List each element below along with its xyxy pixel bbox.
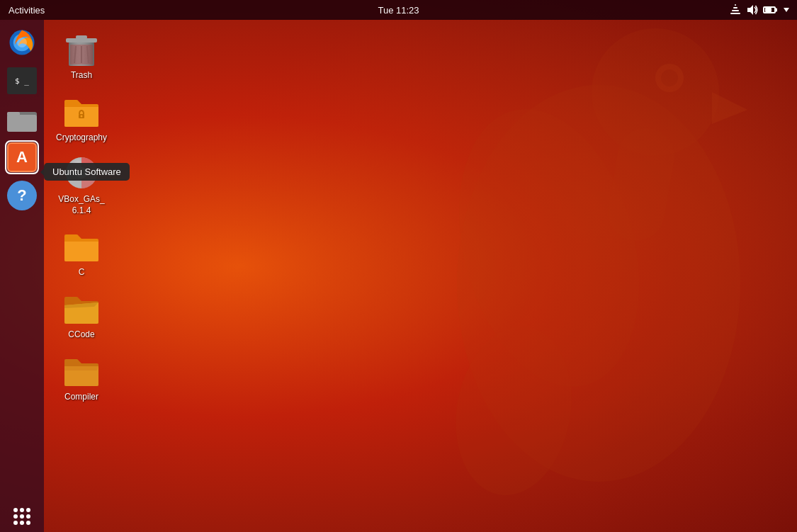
svg-rect-18 — [7, 115, 37, 132]
volume-icon[interactable] — [746, 4, 759, 16]
dot — [20, 514, 24, 519]
c-folder-icon-desktop[interactable]: C — [50, 222, 113, 283]
vbox-gas-icon-desktop[interactable]: VBox_GAs_ 6.1.4 — [50, 149, 113, 220]
svg-marker-13 — [784, 8, 789, 12]
cd-dvd-icon — [64, 156, 98, 190]
network-icon[interactable] — [729, 4, 742, 16]
c-folder-label: C — [79, 267, 85, 278]
svg-rect-8 — [730, 13, 740, 14]
cryptography-icon-desktop[interactable]: Cryptography — [50, 87, 113, 148]
svg-rect-11 — [735, 4, 736, 6]
desktop-icons-area: Trash Cryptography — [50, 25, 113, 408]
svg-rect-19 — [7, 112, 20, 116]
c-folder-icon — [63, 230, 100, 261]
dot — [13, 521, 18, 525]
topbar-right-icons — [729, 4, 797, 16]
sidebar-item-files[interactable] — [5, 102, 39, 136]
svg-point-35 — [80, 171, 83, 174]
sidebar-item-firefox[interactable] — [5, 26, 39, 60]
compiler-folder-icon-desktop[interactable]: Compiler — [50, 346, 113, 407]
sidebar-item-help[interactable]: ? — [5, 179, 39, 213]
sidebar-item-terminal[interactable] — [5, 64, 39, 98]
svg-rect-10 — [733, 7, 737, 9]
desktop: Activities Tue 11:23 — [0, 0, 797, 532]
activities-button[interactable]: Activities — [0, 0, 53, 20]
firefox-icon — [7, 28, 37, 57]
trash-svg-icon — [64, 30, 98, 67]
system-menu-icon[interactable] — [780, 4, 793, 16]
files-icon — [7, 106, 37, 132]
terminal-icon — [7, 67, 37, 94]
sidebar: A ? — [0, 20, 44, 532]
topbar: Activities Tue 11:23 — [0, 0, 797, 20]
sidebar-item-ubuntu-software[interactable]: A — [5, 140, 39, 174]
compiler-folder-icon — [63, 355, 100, 386]
show-applications-button[interactable] — [13, 508, 30, 525]
ccode-folder-icon — [63, 293, 100, 324]
dot — [20, 521, 24, 525]
clock: Tue 11:23 — [378, 5, 419, 16]
dot — [26, 508, 30, 512]
ubuntu-software-icon: A — [7, 142, 37, 172]
svg-point-3 — [661, 69, 678, 86]
svg-marker-4 — [712, 92, 747, 124]
dot — [26, 521, 30, 525]
dot — [26, 514, 30, 519]
trash-label: Trash — [71, 70, 92, 81]
cryptography-label: Cryptography — [56, 132, 107, 144]
svg-rect-23 — [76, 35, 87, 39]
vbox-gas-label: VBox_GAs_ 6.1.4 — [58, 194, 104, 216]
battery-icon[interactable] — [763, 4, 776, 16]
dot — [20, 508, 24, 512]
dot — [13, 508, 18, 512]
ccode-folder-label: CCode — [68, 329, 94, 341]
help-icon: ? — [7, 181, 37, 210]
ccode-folder-icon-desktop[interactable]: CCode — [50, 284, 113, 345]
svg-rect-9 — [732, 10, 739, 11]
dot — [13, 514, 18, 519]
cryptography-folder-icon — [63, 96, 100, 127]
compiler-folder-label: Compiler — [64, 392, 98, 403]
trash-icon-desktop[interactable]: Trash — [50, 25, 113, 86]
svg-rect-27 — [70, 45, 93, 64]
svg-marker-12 — [747, 5, 753, 15]
svg-point-29 — [81, 115, 83, 117]
svg-point-16 — [17, 38, 27, 47]
bird-silhouette — [301, 0, 797, 532]
